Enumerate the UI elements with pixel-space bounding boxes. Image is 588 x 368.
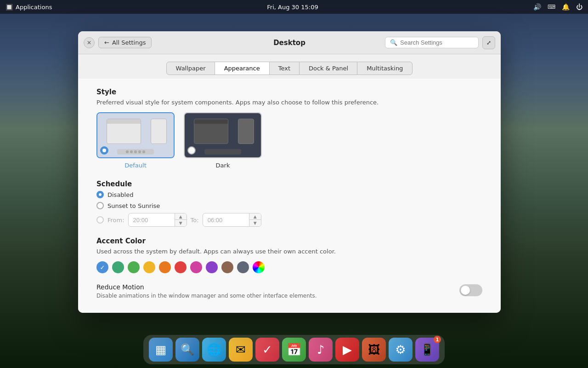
- music-icon: ♪: [317, 343, 325, 356]
- search-icon: 🔍: [390, 39, 397, 46]
- close-icon: ✕: [87, 40, 91, 46]
- schedule-from-input[interactable]: ▲ ▼: [128, 213, 187, 227]
- app-menu-icon[interactable]: 🔲: [6, 4, 13, 11]
- from-time-spin: ▲ ▼: [175, 213, 187, 226]
- schedule-disabled-radio[interactable]: [96, 191, 104, 198]
- search-input[interactable]: [400, 39, 474, 46]
- close-button[interactable]: ✕: [84, 37, 95, 48]
- keyboard-icon[interactable]: ⌨: [548, 4, 555, 10]
- dialog-content: Style Preferred visual style for system …: [78, 79, 501, 313]
- dock-item-photos[interactable]: 🖼: [362, 338, 386, 362]
- style-label-default: Default: [124, 162, 147, 169]
- expand-button[interactable]: ⤢: [482, 36, 495, 49]
- preview-dark-window: [194, 119, 228, 144]
- dock-item-settings[interactable]: ⚙: [389, 338, 413, 362]
- dock-item-video[interactable]: ▶: [335, 338, 359, 362]
- to-time-up[interactable]: ▲: [249, 213, 261, 220]
- topbar-left: 🔲 Applications: [6, 4, 52, 11]
- style-option-default[interactable]: Default: [96, 112, 175, 169]
- schedule-title: Schedule: [96, 180, 482, 188]
- accent-title: Accent Color: [96, 237, 482, 245]
- app-menu-label[interactable]: Applications: [16, 4, 52, 11]
- from-time-field[interactable]: [129, 214, 175, 226]
- accent-pink[interactable]: [190, 261, 202, 273]
- dock-dot: [130, 150, 133, 153]
- to-time-field[interactable]: [203, 214, 249, 226]
- reduce-motion-desc: Disable animations in the window manager…: [96, 293, 317, 299]
- back-arrow-icon: ←: [104, 39, 109, 46]
- settings-tabs: Wallpaper Appearance Text Dock & Panel M…: [78, 54, 501, 79]
- style-label-dark: Dark: [216, 162, 230, 169]
- style-preview-default: [96, 112, 175, 158]
- dock-item-mail[interactable]: ✉: [229, 338, 253, 362]
- accent-purple[interactable]: [206, 261, 218, 273]
- preview-light-bg: [97, 113, 174, 157]
- schedule-to-label: To:: [191, 217, 199, 224]
- schedule-disabled-row: Disabled: [96, 191, 482, 198]
- accent-teal[interactable]: [112, 261, 124, 273]
- dialog-title: Desktop: [273, 39, 305, 47]
- settings-icon: ⚙: [395, 343, 406, 356]
- tab-text[interactable]: Text: [269, 62, 300, 75]
- dock-item-music[interactable]: ♪: [309, 338, 333, 362]
- tab-wallpaper[interactable]: Wallpaper: [166, 62, 215, 75]
- mail-icon: ✉: [236, 343, 246, 356]
- accent-yellow[interactable]: [143, 261, 155, 273]
- schedule-custom-row: From: ▲ ▼ To: ▲ ▼: [96, 213, 482, 227]
- accent-colors: [96, 261, 482, 273]
- dialog-header-left: ✕ ← All Settings: [84, 37, 152, 48]
- accent-green[interactable]: [128, 261, 140, 273]
- expand-icon: ⤢: [486, 40, 491, 46]
- schedule-from-label: From:: [107, 217, 124, 224]
- notification-icon[interactable]: 🔔: [562, 3, 570, 11]
- dock-item-search[interactable]: 🔍: [175, 338, 199, 362]
- topbar-center: Fri, Aug 30 15:09: [267, 4, 318, 11]
- dock-item-system[interactable]: 📱 1: [415, 338, 439, 362]
- system-badge: 1: [434, 336, 441, 343]
- style-radio-default: [100, 146, 108, 155]
- style-option-dark[interactable]: Dark: [184, 112, 262, 169]
- tab-appearance[interactable]: Appearance: [215, 62, 270, 75]
- photos-icon: 🖼: [368, 343, 380, 356]
- reduce-motion-text: Reduce Motion Disable animations in the …: [96, 283, 317, 299]
- schedule-sunset-row: Sunset to Sunrise: [96, 202, 482, 209]
- accent-red[interactable]: [175, 261, 187, 273]
- accent-gray[interactable]: [237, 261, 249, 273]
- preview-dark-bg: [185, 113, 261, 157]
- schedule-sunset-radio[interactable]: [96, 202, 104, 209]
- from-time-down[interactable]: ▼: [175, 220, 187, 226]
- schedule-sunset-label: Sunset to Sunrise: [107, 202, 160, 209]
- back-button[interactable]: ← All Settings: [98, 37, 152, 48]
- style-section-desc: Preferred visual style for system compon…: [96, 99, 482, 106]
- accent-blue[interactable]: [96, 261, 108, 273]
- accent-section: Accent Color Used across the system by d…: [96, 237, 482, 273]
- schedule-custom-radio[interactable]: [96, 216, 104, 224]
- schedule-section: Schedule Disabled Sunset to Sunrise From…: [96, 180, 482, 227]
- accent-multicolor[interactable]: [253, 261, 265, 273]
- dock-item-browser[interactable]: 🌐: [202, 338, 226, 362]
- schedule-to-input[interactable]: ▲ ▼: [203, 213, 261, 227]
- reduce-motion-section: Reduce Motion Disable animations in the …: [96, 283, 482, 299]
- dialog-header: ✕ ← All Settings Desktop 🔍 ⤢: [78, 31, 501, 54]
- preview-light-window: [107, 119, 141, 144]
- search-box[interactable]: 🔍: [385, 37, 479, 48]
- dock-dot: [142, 150, 145, 153]
- tab-multitasking[interactable]: Multitasking: [357, 62, 413, 75]
- volume-icon[interactable]: 🔊: [533, 3, 541, 11]
- dock-dot: [134, 150, 137, 153]
- style-preview-dark: [184, 112, 262, 158]
- dock-item-files[interactable]: ▦: [149, 338, 173, 362]
- from-time-up[interactable]: ▲: [175, 213, 187, 220]
- dock-item-tasks[interactable]: ✓: [255, 338, 279, 362]
- dock-dot: [126, 150, 129, 153]
- reduce-motion-toggle[interactable]: [459, 284, 482, 296]
- accent-brown[interactable]: [221, 261, 233, 273]
- reduce-motion-title: Reduce Motion: [96, 283, 317, 291]
- to-time-down[interactable]: ▼: [249, 220, 261, 226]
- power-icon[interactable]: ⏻: [576, 3, 582, 11]
- calendar-icon: 📅: [287, 343, 301, 356]
- tab-dock-panel[interactable]: Dock & Panel: [299, 62, 358, 75]
- preview-dark-window-bar: [194, 119, 228, 124]
- accent-orange[interactable]: [159, 261, 171, 273]
- dock-item-calendar[interactable]: 📅: [282, 338, 306, 362]
